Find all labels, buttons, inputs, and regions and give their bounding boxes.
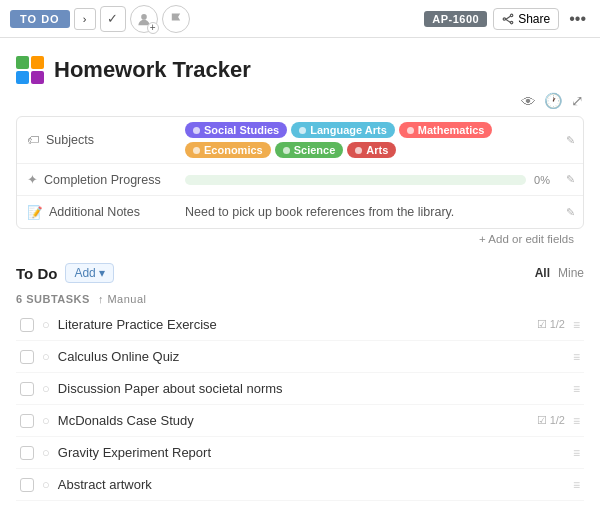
subtask-checkbox[interactable] xyxy=(20,318,34,332)
subtask-name: McDonalds Case Study xyxy=(58,413,529,428)
manual-sort-badge[interactable]: ↑ Manual xyxy=(98,293,147,305)
subtask-meta: ☑ 1/2 xyxy=(537,318,565,331)
add-subtask-button[interactable]: Add ▾ xyxy=(65,263,113,283)
subjects-value-cell: Social StudiesLanguage ArtsMathematicsEc… xyxy=(177,117,558,163)
subjects-field-row: 🏷 Subjects Social StudiesLanguage ArtsMa… xyxy=(17,117,583,164)
svg-point-0 xyxy=(141,14,147,20)
completion-value-cell: 0% xyxy=(177,169,558,191)
subject-tag[interactable]: Science xyxy=(275,142,344,158)
top-actions: 👁 🕐 ⤢ xyxy=(16,90,584,112)
completion-label-cell: ✦ Completion Progress xyxy=(17,167,177,192)
drag-handle[interactable]: ≡ xyxy=(573,414,580,428)
subtask-meta: ☑ 1/2 xyxy=(537,414,565,427)
subtask-row: ○Abstract artwork≡ xyxy=(16,469,584,501)
fields-table: 🏷 Subjects Social StudiesLanguage ArtsMa… xyxy=(16,116,584,229)
subjects-edit-button[interactable]: ✎ xyxy=(558,134,583,147)
subject-tag[interactable]: Language Arts xyxy=(291,122,395,138)
svg-line-4 xyxy=(506,16,511,19)
notes-label-cell: 📝 Additional Notes xyxy=(17,200,177,225)
subtask-status-icon[interactable]: ○ xyxy=(42,381,50,396)
top-toolbar: TO DO › ✓ + AP-1600 Share ••• xyxy=(0,0,600,38)
status-arrow-button[interactable]: › xyxy=(74,8,96,30)
notes-field-row: 📝 Additional Notes Need to pick up book … xyxy=(17,196,583,228)
drag-handle[interactable]: ≡ xyxy=(573,350,580,364)
add-fields-button[interactable]: + Add or edit fields xyxy=(16,229,584,249)
subject-tag[interactable]: Economics xyxy=(185,142,271,158)
progress-bar-background xyxy=(185,175,526,185)
clock-icon[interactable]: 🕐 xyxy=(544,92,563,110)
todo-header: To Do Add ▾ All Mine xyxy=(16,263,584,283)
svg-rect-9 xyxy=(31,71,44,84)
drag-handle[interactable]: ≡ xyxy=(573,478,580,492)
notes-edit-button[interactable]: ✎ xyxy=(558,206,583,219)
completion-edit-button[interactable]: ✎ xyxy=(558,173,583,186)
progress-container: 0% xyxy=(185,174,550,186)
subtask-list: ○Literature Practice Exercise☑ 1/2≡○Calc… xyxy=(16,309,584,501)
visibility-icon[interactable]: 👁 xyxy=(521,93,536,110)
svg-point-3 xyxy=(511,21,513,23)
drag-handle[interactable]: ≡ xyxy=(573,382,580,396)
svg-rect-8 xyxy=(16,71,29,84)
add-overlay-icon: + xyxy=(147,22,159,34)
share-icon xyxy=(502,13,514,25)
todo-status-badge: TO DO xyxy=(10,10,70,28)
subtask-name: Calculus Online Quiz xyxy=(58,349,557,364)
mine-filter[interactable]: Mine xyxy=(558,266,584,280)
subtask-checkbox[interactable] xyxy=(20,446,34,460)
main-content: Homework Tracker 👁 🕐 ⤢ 🏷 Subjects Social… xyxy=(0,38,600,505)
flag-icon xyxy=(169,12,183,26)
more-options-button[interactable]: ••• xyxy=(565,8,590,30)
subtask-status-icon[interactable]: ○ xyxy=(42,413,50,428)
subtask-row: ○Calculus Online Quiz≡ xyxy=(16,341,584,373)
drag-handle[interactable]: ≡ xyxy=(573,318,580,332)
app-icon xyxy=(16,56,44,84)
subtask-name: Abstract artwork xyxy=(58,477,557,492)
subtasks-header: 6 SUBTASKS ↑ Manual xyxy=(16,293,584,305)
subtask-row: ○Gravity Experiment Report≡ xyxy=(16,437,584,469)
svg-rect-7 xyxy=(31,56,44,69)
subtask-status-icon[interactable]: ○ xyxy=(42,445,50,460)
subtask-checkbox[interactable] xyxy=(20,382,34,396)
flag-button[interactable] xyxy=(162,5,190,33)
subject-tag[interactable]: Mathematics xyxy=(399,122,493,138)
subject-tag[interactable]: Social Studies xyxy=(185,122,287,138)
title-row: Homework Tracker xyxy=(16,48,584,90)
subtask-status-icon[interactable]: ○ xyxy=(42,317,50,332)
subtask-checklist: ☑ 1/2 xyxy=(537,318,565,331)
subtask-name: Literature Practice Exercise xyxy=(58,317,529,332)
assign-user-button[interactable]: + xyxy=(130,5,158,33)
all-mine-toggle: All Mine xyxy=(535,266,584,280)
subtask-status-icon[interactable]: ○ xyxy=(42,349,50,364)
subject-tag[interactable]: Arts xyxy=(347,142,396,158)
svg-point-1 xyxy=(511,14,513,16)
subtask-checkbox[interactable] xyxy=(20,478,34,492)
progress-icon: ✦ xyxy=(27,172,38,187)
complete-button[interactable]: ✓ xyxy=(100,6,126,32)
toolbar-right: AP-1600 Share ••• xyxy=(424,8,590,30)
subtask-row: ○McDonalds Case Study☑ 1/2≡ xyxy=(16,405,584,437)
subtask-row: ○Discussion Paper about societal norms≡ xyxy=(16,373,584,405)
notes-icon: 📝 xyxy=(27,205,43,220)
toolbar-left: TO DO › ✓ + xyxy=(10,5,190,33)
subtask-status-icon[interactable]: ○ xyxy=(42,477,50,492)
drag-handle[interactable]: ≡ xyxy=(573,446,580,460)
progress-percentage: 0% xyxy=(534,174,550,186)
subtask-name: Discussion Paper about societal norms xyxy=(58,381,557,396)
svg-line-5 xyxy=(506,19,511,22)
all-filter[interactable]: All xyxy=(535,266,550,280)
todo-title: To Do xyxy=(16,265,57,282)
page-title: Homework Tracker xyxy=(54,57,251,83)
share-button[interactable]: Share xyxy=(493,8,559,30)
todo-section: To Do Add ▾ All Mine 6 SUBTASKS ↑ Manual… xyxy=(16,263,584,505)
expand-icon[interactable]: ⤢ xyxy=(571,92,584,110)
notes-value-cell: Need to pick up book references from the… xyxy=(177,200,558,224)
svg-point-2 xyxy=(503,17,505,19)
subtask-checkbox[interactable] xyxy=(20,350,34,364)
completion-field-row: ✦ Completion Progress 0% ✎ xyxy=(17,164,583,196)
subtask-row: ○Literature Practice Exercise☑ 1/2≡ xyxy=(16,309,584,341)
subtask-checklist: ☑ 1/2 xyxy=(537,414,565,427)
tag-icon: 🏷 xyxy=(27,133,40,147)
svg-rect-6 xyxy=(16,56,29,69)
subtask-checkbox[interactable] xyxy=(20,414,34,428)
subtask-name: Gravity Experiment Report xyxy=(58,445,557,460)
